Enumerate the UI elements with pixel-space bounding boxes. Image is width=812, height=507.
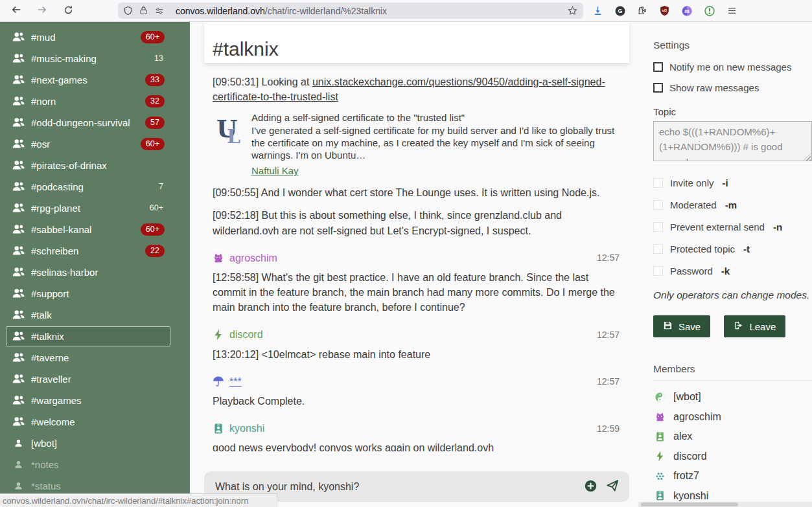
leave-signout-icon [734,321,743,332]
mode-label: Invite only [670,177,714,188]
sidebar-item-talk[interactable]: #talk [6,305,170,325]
stackexchange-ul-logo-icon: UL [213,112,251,150]
checkbox-notify-me-on-new-messages[interactable] [653,62,663,72]
sidebar-item-rpg-planet[interactable]: #rpg-planet60+ [6,198,170,218]
mode-row: Invite only-i [653,177,812,188]
sidebar-item-osr[interactable]: #osr60+ [6,134,170,154]
sidebar-item-traveller[interactable]: #traveller [6,369,170,389]
sidebar-item-label: #osr [31,139,141,150]
channel-people-icon [12,181,25,193]
reload-button[interactable] [58,2,78,20]
ublock-icon[interactable]: uO [659,5,670,16]
mode-flag: -k [721,265,730,276]
user-person-icon [12,438,25,448]
topic-textarea[interactable]: echo $(((1+RANDOM%6)+(1+RANDOM%6))) # is… [653,121,812,161]
chat-message: [13:20:12] <10elmcat> rebase main into f… [213,347,620,362]
sidebar-item-pirates-of-drinax[interactable]: #pirates-of-drinax [6,155,170,175]
members-heading: Members [653,363,812,375]
save-label: Save [679,321,701,332]
sidebar-item-wargames[interactable]: #wargames [6,390,170,411]
shield-icon[interactable] [123,6,133,16]
channel-people-icon [12,373,25,385]
chat-message: [09:50:31] Looking at unix.stackexchange… [213,74,620,104]
download-icon[interactable] [592,5,603,16]
message-input[interactable] [214,480,576,493]
unread-badge: 22 [145,245,165,257]
bolt-avatar-icon [213,329,227,341]
mode-row: Prevent external send-n [653,221,812,232]
mode-label: Password [670,265,713,276]
member-name: kyonshi [673,490,708,502]
sender-nick[interactable]: discord [229,327,263,342]
member-row-alex[interactable]: alex [653,427,812,447]
sidebar-item-odd-dungeon-survival[interactable]: #odd-dungeon-survival57 [6,113,170,133]
card-avatar-icon [213,423,227,434]
link-preview-author-link[interactable]: Naftuli Kay [251,165,299,177]
member-row-frotz7[interactable]: frotz7 [653,466,812,486]
url-bar[interactable]: convos.wilderland.ovh/chat/irc-wilderlan… [118,3,583,19]
sidebar-item-talknix[interactable]: #talknix [6,326,170,346]
channel-people-icon [12,74,25,86]
sidebar-item-music-making[interactable]: #music-making13 [6,49,170,69]
sidebar-item-welcome[interactable]: #welcome [6,412,170,432]
channel-people-icon [12,223,25,236]
bookmark-star-icon[interactable] [567,5,578,16]
sidebar-item-wbot[interactable]: [wbot] [6,433,170,453]
sender-nick[interactable]: agroschim [229,251,277,265]
puzzle-extensions-icon[interactable] [637,5,648,16]
sidebar-item-support[interactable]: #support [6,284,170,304]
cat-avatar-icon [213,252,227,264]
chat-message: Playback Complete. [213,394,620,409]
dots-avatar-icon [653,471,666,482]
message-link[interactable]: unix.stackexchange.com/questions/90450/a… [213,76,605,102]
channel-people-icon [12,52,25,65]
send-button[interactable] [605,479,620,495]
mode-checkbox-t [653,244,663,254]
sidebar-item-label: #talk [31,310,165,321]
unread-badge: 33 [145,74,165,86]
sidebar-item-label: #mud [31,32,141,43]
attach-plus-button[interactable] [584,479,597,495]
sender-nick[interactable]: *** [229,374,242,389]
sidebar-item-norn[interactable]: #norn32 [6,91,170,111]
checkbox-show-raw-messages[interactable] [653,83,663,93]
sidebar-item-selinas-harbor[interactable]: #selinas-harbor [6,262,170,282]
member-row-discord[interactable]: discord [653,447,812,467]
operators-note: Only operators can change modes. [653,289,812,301]
sidebar-item-label: #talknix [31,331,165,342]
mastodon-icon[interactable]: m [681,5,693,17]
setting-checkbox-row: Show raw messages [653,82,812,93]
g-extension-icon[interactable]: G [614,5,626,17]
unread-badge: 60+ [148,202,165,214]
horizontal-scrollbar[interactable] [638,502,812,507]
menu-hamburger-icon[interactable] [726,6,737,16]
save-button[interactable]: Save [653,315,710,337]
sidebar-item-schreiben[interactable]: #schreiben22 [6,241,170,261]
sender-nick[interactable]: kyonshi [229,421,264,436]
back-button[interactable] [6,2,26,20]
member-row-wbot[interactable]: [wbot] [653,387,812,407]
forward-button[interactable] [32,2,52,20]
user-person-icon [12,460,25,469]
sidebar-item-label: #support [31,288,165,299]
lock-icon[interactable] [139,6,148,16]
svg-text:uO: uO [662,8,667,12]
permissions-icon[interactable] [154,6,165,16]
channel-people-icon [12,138,25,150]
member-row-agroschim[interactable]: agroschim [653,407,812,427]
sidebar-item-label: *notes [31,459,165,470]
sidebar-item-taverne[interactable]: #taverne [6,348,170,368]
sidebar-item-label: [wbot] [31,438,165,449]
green-plant-extension-icon[interactable] [704,5,715,17]
sidebar-item-notes[interactable]: *notes [6,455,170,475]
leave-button[interactable]: Leave [724,315,785,337]
unread-badge: 7 [157,181,165,193]
sidebar-item-mud[interactable]: #mud60+ [6,27,170,47]
mode-checkbox-n [653,222,663,232]
sidebar-item-podcasting[interactable]: #podcasting7 [6,177,170,197]
channel-people-icon [12,352,25,364]
sidebar-item-label: #next-games [31,74,145,85]
sidebar-item-label: #pirates-of-drinax [31,160,165,171]
sidebar-item-sabbel-kanal[interactable]: #sabbel-kanal60+ [6,220,170,240]
sidebar-item-next-games[interactable]: #next-games33 [6,70,170,90]
